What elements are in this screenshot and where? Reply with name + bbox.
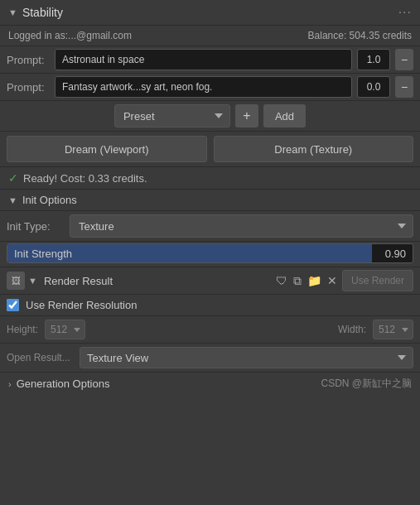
account-row: Logged in as:...@gmail.com Balance: 504.… — [0, 26, 420, 46]
prompt1-label: Prompt: — [7, 54, 50, 66]
prompt1-row: Prompt: − — [0, 46, 420, 73]
render-shield-icon[interactable]: 🛡 — [274, 272, 289, 289]
preset-add-button[interactable]: + — [235, 104, 258, 127]
init-type-label: Init Type: — [7, 220, 65, 233]
checkbox-row: Use Render Resolution — [0, 294, 420, 315]
dream-row: Dream (Viewport) Dream (Texture) — [0, 131, 420, 166]
init-type-select[interactable]: Texture None Image — [70, 214, 413, 238]
checkbox-label: Use Render Resolution — [26, 299, 137, 311]
init-options-header[interactable]: ▼ Init Options — [0, 189, 420, 210]
panel-header: ▼ Stability ··· — [0, 0, 420, 26]
dream-viewport-button[interactable]: Dream (Viewport) — [7, 136, 207, 162]
init-strength-slider[interactable]: Init Strength 0.90 — [7, 243, 413, 263]
height-select[interactable]: 512 — [45, 320, 85, 339]
prompt2-row: Prompt: − — [0, 73, 420, 100]
open-result-row: Open Result... Texture View Image Editor — [0, 343, 420, 372]
width-select[interactable]: 512 — [373, 320, 413, 339]
chevron-down-icon: ▼ — [8, 7, 17, 17]
prompt1-input[interactable] — [55, 49, 352, 70]
prompt1-weight[interactable] — [357, 49, 390, 70]
preset-row: Preset + Add — [0, 100, 420, 131]
render-close-icon[interactable]: ✕ — [326, 272, 339, 289]
balance-text: Balance: 504.35 credits — [308, 30, 412, 41]
dream-texture-button[interactable]: Dream (Texture) — [214, 136, 414, 162]
generation-label: Generation Options — [17, 378, 110, 390]
prompt2-remove-button[interactable]: − — [395, 76, 413, 98]
init-strength-value: 0.90 — [385, 248, 406, 260]
check-icon: ✓ — [8, 171, 18, 185]
render-dropdown-icon[interactable]: ▼ — [28, 276, 37, 286]
render-row: 🖼 ▼ Render Result 🛡 ⧉ 📁 ✕ Use Render — [0, 267, 420, 294]
status-text: Ready! Cost: 0.33 credits. — [23, 172, 147, 185]
preset-select[interactable]: Preset — [114, 104, 230, 127]
generation-credit: CSDN @新缸中之脑 — [321, 377, 412, 391]
init-type-row: Init Type: Texture None Image — [0, 210, 420, 241]
panel-header-left: ▼ Stability — [8, 6, 63, 19]
prompt2-input[interactable] — [55, 76, 352, 98]
prompt2-label: Prompt: — [7, 81, 50, 94]
use-render-resolution-checkbox[interactable] — [7, 299, 19, 311]
height-label: Height: — [7, 324, 38, 335]
open-result-label: Open Result... — [7, 352, 73, 363]
init-strength-text: Init Strength 0.90 — [7, 248, 413, 260]
init-strength-label: Init Strength — [14, 248, 72, 260]
preset-save-button[interactable]: Add — [263, 104, 306, 127]
generation-row: › Generation Options CSDN @新缸中之脑 — [0, 372, 420, 395]
generation-chevron-icon: › — [8, 379, 12, 389]
render-icons: 🛡 ⧉ 📁 ✕ — [274, 272, 339, 290]
prompt1-remove-button[interactable]: − — [395, 49, 413, 70]
init-options-label: Init Options — [22, 194, 77, 206]
generation-left[interactable]: › Generation Options — [8, 378, 109, 390]
dots-icon[interactable]: ··· — [398, 5, 412, 20]
render-copy-icon[interactable]: ⧉ — [292, 272, 303, 290]
render-folder-icon[interactable]: 📁 — [306, 272, 323, 289]
init-options-chevron-icon: ▼ — [8, 195, 17, 205]
use-render-button[interactable]: Use Render — [342, 270, 413, 291]
stability-panel: ▼ Stability ··· Logged in as:...@gmail.c… — [0, 0, 420, 505]
dimensions-row: Height: 512 Width: 512 — [0, 315, 420, 343]
render-label: Render Result — [41, 275, 116, 287]
status-row: ✓ Ready! Cost: 0.33 credits. — [0, 166, 420, 189]
render-image-icon: 🖼 — [7, 272, 25, 290]
logged-in-text: Logged in as:...@gmail.com — [8, 30, 132, 41]
prompt2-weight[interactable] — [357, 76, 390, 98]
init-strength-row[interactable]: Init Strength 0.90 — [0, 241, 420, 267]
panel-title: Stability — [22, 6, 63, 19]
width-label: Width: — [338, 324, 366, 335]
open-result-select[interactable]: Texture View Image Editor — [80, 347, 413, 368]
